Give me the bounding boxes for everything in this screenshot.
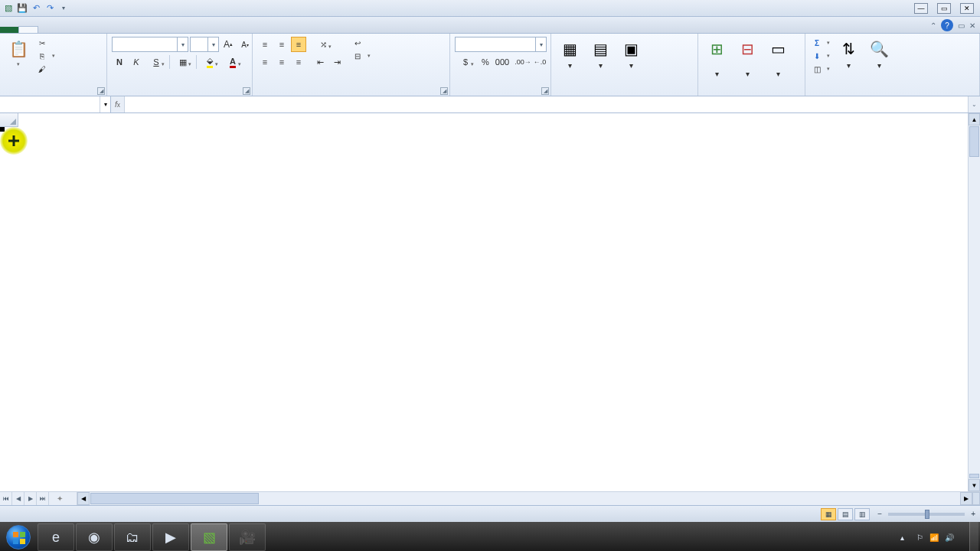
accounting-button[interactable]: $ (455, 54, 476, 70)
find-select-button[interactable]: 🔍 ▾ (864, 35, 894, 71)
taskbar-chrome-icon[interactable]: ◉ (76, 523, 113, 551)
save-icon[interactable]: 💾 (16, 2, 28, 15)
fx-button[interactable]: fx (111, 96, 125, 112)
align-middle-button[interactable]: ≡ (274, 37, 289, 52)
tab-inicio[interactable] (18, 26, 38, 33)
select-all-corner[interactable] (0, 113, 18, 127)
comma-button[interactable]: 000 (495, 54, 510, 70)
hsplit-handle[interactable] (972, 492, 980, 505)
sheet-nav-last-icon[interactable]: ⏭ (37, 492, 49, 505)
scroll-right-icon[interactable]: ▶ (960, 492, 972, 505)
vertical-scrollbar[interactable]: ▲ ▼ (968, 113, 980, 491)
font-size-combo[interactable]: ▾ (190, 37, 219, 52)
italic-button[interactable]: K (129, 54, 144, 70)
show-desktop-button[interactable] (969, 522, 978, 551)
delete-cells-button[interactable]: ⊟▾ (732, 35, 763, 80)
vsplit-handle[interactable] (969, 474, 979, 478)
vscroll-thumb[interactable] (969, 126, 979, 157)
start-button[interactable] (0, 522, 37, 551)
tab-vista[interactable] (130, 27, 149, 33)
minimize-button[interactable]: — (914, 3, 928, 14)
merge-center-button[interactable]: ⊟▾ (351, 50, 372, 62)
tray-flag-icon[interactable]: ⚐ (916, 533, 923, 542)
name-box-dropdown-icon[interactable]: ▾ (100, 96, 110, 112)
scroll-left-icon[interactable]: ◀ (77, 492, 90, 505)
sheet-nav-prev-icon[interactable]: ◀ (12, 492, 24, 505)
cut-button[interactable]: ✂ (35, 37, 57, 49)
close-button[interactable]: ✕ (960, 3, 974, 14)
qat-customize-icon[interactable]: ▾ (57, 2, 70, 15)
autosum-button[interactable]: Σ▾ (810, 37, 831, 49)
align-bottom-button[interactable]: ≡ (291, 37, 306, 52)
taskbar-excel-icon[interactable]: ▧ (191, 523, 227, 551)
hscroll-thumb[interactable] (90, 493, 259, 504)
tab-diseno[interactable] (57, 27, 75, 33)
grow-font-button[interactable]: A▴ (220, 37, 236, 52)
taskbar-explorer-icon[interactable]: 🗂 (114, 523, 151, 551)
borders-button[interactable]: ▦ (172, 54, 194, 70)
fill-handle[interactable] (0, 127, 5, 132)
align-left-button[interactable]: ≡ (257, 54, 273, 70)
zoom-in-button[interactable]: + (971, 510, 975, 518)
tab-insertar[interactable] (38, 27, 57, 33)
decrease-indent-button[interactable]: ⇤ (312, 54, 328, 70)
increase-indent-button[interactable]: ⇥ (329, 54, 345, 70)
tray-volume-icon[interactable]: 🔊 (945, 533, 954, 542)
align-center-button[interactable]: ≡ (274, 54, 289, 70)
font-name-combo[interactable]: ▾ (112, 37, 188, 52)
scroll-down-icon[interactable]: ▼ (969, 479, 980, 491)
bold-button[interactable]: N (112, 54, 127, 70)
shrink-font-button[interactable]: A▾ (237, 37, 253, 52)
paste-button[interactable]: 📋 ▾ (3, 35, 34, 69)
clear-button[interactable]: ◫▾ (810, 63, 831, 75)
number-dialog-icon[interactable]: ◢ (541, 87, 549, 95)
tray-expand-icon[interactable]: ▴ (900, 533, 904, 542)
tab-datos[interactable] (93, 27, 112, 33)
align-top-button[interactable]: ≡ (257, 37, 273, 52)
format-painter-button[interactable]: 🖌 (35, 63, 57, 75)
align-right-button[interactable]: ≡ (291, 54, 306, 70)
zoom-out-button[interactable]: − (877, 510, 882, 518)
formula-bar-expand-icon[interactable]: ⌄ (968, 96, 980, 112)
font-dialog-icon[interactable]: ◢ (243, 87, 250, 95)
increase-decimal-button[interactable]: .00→ (515, 54, 531, 70)
percent-button[interactable]: % (478, 54, 493, 70)
conditional-formatting-button[interactable]: ▦ ▾ (554, 35, 585, 71)
maximize-button[interactable]: ▭ (937, 3, 951, 14)
clipboard-dialog-icon[interactable]: ◢ (97, 87, 105, 95)
insert-cells-button[interactable]: ⊞▾ (701, 35, 732, 80)
horizontal-scrollbar[interactable]: ◀ ▶ (77, 492, 980, 505)
taskbar-ie-icon[interactable]: e (38, 523, 74, 551)
minimize-ribbon-icon[interactable]: ⌃ (930, 21, 936, 30)
fill-color-button[interactable]: ⬙ (199, 54, 220, 70)
alignment-dialog-icon[interactable]: ◢ (440, 87, 448, 95)
excel-icon[interactable]: ▧ (2, 2, 15, 15)
zoom-slider[interactable] (888, 513, 965, 516)
sheet-nav-next-icon[interactable]: ▶ (24, 492, 37, 505)
taskbar-camtasia-icon[interactable]: 🎥 (229, 523, 266, 551)
taskbar-media-icon[interactable]: ▶ (152, 523, 189, 551)
scroll-up-icon[interactable]: ▲ (969, 113, 980, 126)
format-cells-button[interactable]: ▭▾ (763, 35, 793, 80)
decrease-decimal-button[interactable]: ←.0 (532, 54, 547, 70)
orientation-button[interactable]: ⤮ (312, 37, 334, 52)
help-icon[interactable]: ? (941, 19, 953, 31)
tray-network-icon[interactable]: 📶 (929, 533, 939, 542)
number-format-combo[interactable]: ▾ (455, 37, 547, 52)
new-sheet-button[interactable]: ✦ (51, 492, 69, 505)
formula-input[interactable] (125, 96, 968, 112)
sheet-nav-first-icon[interactable]: ⏮ (0, 492, 12, 505)
fill-button[interactable]: ⬇▾ (810, 50, 831, 62)
window-close-icon[interactable]: ✕ (969, 21, 975, 30)
tab-formulas[interactable] (75, 27, 93, 33)
underline-button[interactable]: S (145, 54, 167, 70)
cell-styles-button[interactable]: ▣ ▾ (616, 35, 646, 71)
format-as-table-button[interactable]: ▤ ▾ (585, 35, 616, 71)
font-color-button[interactable]: A (222, 54, 243, 70)
sort-filter-button[interactable]: ⇅ ▾ (833, 35, 864, 71)
page-break-view-button[interactable]: ▥ (854, 508, 870, 520)
redo-icon[interactable]: ↷ (44, 2, 56, 15)
tab-revisar[interactable] (112, 27, 130, 33)
window-restore-icon[interactable]: ▭ (958, 21, 965, 30)
name-box[interactable]: ▾ (0, 96, 111, 112)
